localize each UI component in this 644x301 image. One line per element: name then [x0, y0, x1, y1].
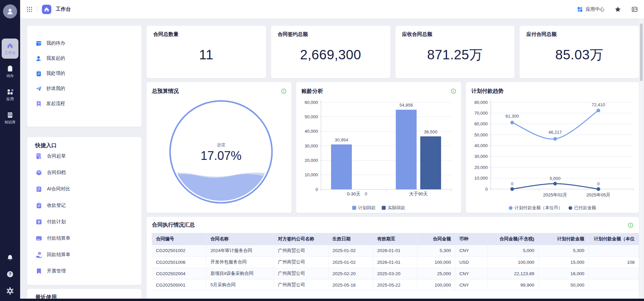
svg-text:30,000: 30,000 — [305, 143, 318, 148]
column-header-有效期至[interactable]: 有效期至 — [373, 233, 417, 245]
table-row[interactable]: CG202502004新项目it设备采购合同广州商贸公司2025-02-2020… — [152, 268, 639, 279]
column-header-合同编号[interactable]: 合同编号 — [152, 233, 206, 245]
horizontal-scrollbar[interactable] — [20, 299, 644, 301]
column-header-合同名称[interactable]: 合同名称 — [206, 233, 274, 245]
contract-table: 合同编号合同名称对方签约公司名称生效日期有效期至合同金额币种合同金额(不含税)计… — [152, 233, 639, 291]
menu-item-我的待办[interactable]: 我的待办 — [35, 39, 133, 47]
svg-text:?: ? — [9, 272, 11, 277]
cell-合同名称: 2024年审计服务合同 — [206, 245, 274, 256]
app-center-label: 应用中心 — [586, 6, 604, 12]
rail-bottom: ? — [0, 254, 20, 295]
cell-生效日期: 2025-02-20 — [328, 268, 373, 279]
shortcut-合同归档[interactable]: 合同归档 — [35, 169, 133, 177]
app-center-button[interactable]: 应用中心 — [577, 6, 604, 13]
column-header-币种[interactable]: 币种 — [455, 233, 487, 245]
table-row[interactable]: CG2025010022024年审计服务合同广州商贸公司2025-01-0220… — [152, 245, 639, 256]
stat-label: 应付合同总额 — [526, 31, 632, 38]
shortcut-label: 付款结算单 — [47, 235, 70, 241]
shortcut-收款登记[interactable]: 收款登记 — [35, 201, 133, 209]
svg-text:2025年02月: 2025年02月 — [543, 192, 567, 197]
column-header-合同金额(不含税)[interactable]: 合同金额(不含税) — [487, 233, 538, 245]
rail-item-应用[interactable]: 应用 — [2, 85, 18, 105]
legend-item-已付款金额[interactable]: 已付款金额 — [569, 205, 596, 211]
svg-text:40,000: 40,000 — [474, 143, 488, 148]
rail-item-待办[interactable]: 待办 — [2, 62, 18, 82]
aging-analysis-card: 账龄分析 010,00020,00030,00040,00050,00060,0… — [296, 82, 461, 213]
shortcut-label: 合同归档 — [47, 170, 66, 176]
bookmark-icon — [35, 267, 43, 275]
column-header-计划付款金额（本位[interactable]: 计划付款金额（本位 — [589, 233, 639, 245]
column-header-生效日期[interactable]: 生效日期 — [328, 233, 373, 245]
shortcut-label: 回款结算单 — [47, 252, 70, 258]
svg-text:AI: AI — [9, 114, 11, 116]
quick-entry-title: 快捷入口 — [35, 142, 133, 149]
app-grid-icon — [6, 88, 14, 96]
bell-icon[interactable] — [6, 254, 14, 261]
rail-item-label: 工作台 — [5, 50, 16, 55]
table-title: 合同执行情况汇总 — [152, 222, 195, 229]
shortcut-付款计划[interactable]: 付款计划 — [35, 218, 133, 226]
stat-label: 应收合同总额 — [402, 31, 508, 38]
cell-合同编号: CG202501002 — [152, 245, 206, 256]
column-header-对方签约公司名称[interactable]: 对方签约公司名称 — [274, 233, 328, 245]
bar-chart-title: 账龄分析 — [302, 88, 323, 95]
shortcut-回款结算单[interactable]: 回款结算单 — [35, 251, 133, 259]
table-header-row: 合同编号合同名称对方签约公司名称生效日期有效期至合同金额币种合同金额(不含税)计… — [152, 233, 639, 245]
info-icon[interactable] — [281, 88, 287, 94]
menu-item-抄送我的[interactable]: 抄送我的 — [35, 84, 133, 93]
bar-大于90天-实际回款[interactable] — [420, 136, 441, 189]
column-header-计划付款金额[interactable]: 计划付款金额 — [538, 233, 588, 245]
stat-label: 合同总数量 — [153, 31, 259, 38]
contacts-icon[interactable] — [631, 6, 638, 13]
stat-card-合同签约总额: 合同签约总额2,669,300 — [271, 26, 390, 78]
svg-text:5,000: 5,000 — [550, 176, 561, 181]
help-icon[interactable]: ? — [6, 270, 14, 278]
svg-text:70,000: 70,000 — [474, 111, 488, 116]
apps-grid-icon[interactable] — [26, 6, 33, 13]
workbench-app-icon[interactable] — [42, 5, 51, 14]
info-icon[interactable] — [628, 222, 634, 228]
yen-card-icon — [35, 218, 43, 226]
cell-计划付款金额: 15,000 — [538, 256, 588, 268]
aging-bar-chart: 010,00020,00030,00040,00050,00060,00030,… — [296, 96, 461, 202]
svg-text:30,954: 30,954 — [335, 137, 348, 142]
menu-item-label: 发起流程 — [46, 101, 65, 107]
shortcut-合同起草[interactable]: 合同起草 — [35, 152, 133, 160]
bar-大于90天-计划回款[interactable] — [396, 110, 417, 189]
column-header-合同金额[interactable]: 合同金额 — [417, 233, 455, 245]
shortcut-开票管理[interactable]: 开票管理 — [35, 267, 133, 275]
my-tasks-card: 我的待办我发起的我处理的抄送我的发起流程 — [27, 26, 142, 127]
cell-计划付款金额（本位 — [589, 268, 639, 279]
legend-item-实际回款[interactable]: 实际回款 — [382, 205, 405, 211]
main-content: 我的待办我发起的我处理的抄送我的发起流程 快捷入口 合同起草合同归档AI合同对比… — [20, 19, 644, 301]
cell-合同金额: 100,000 — [417, 256, 455, 268]
menu-item-我发起的[interactable]: 我发起的 — [35, 54, 133, 62]
svg-text:50,000: 50,000 — [474, 132, 488, 137]
legend-item-计划回款[interactable]: 计划回款 — [352, 205, 376, 211]
shortcut-付款结算单[interactable]: 付款结算单 — [35, 234, 133, 242]
table-row[interactable]: CG202501006开发外包服务合同广州商贸公司2025-01-022026-… — [152, 256, 639, 268]
cell-合同编号: CG202505001 — [152, 279, 206, 291]
avatar[interactable] — [3, 4, 17, 18]
star-icon[interactable] — [614, 6, 621, 13]
rail-item-知识库[interactable]: AI知识库 — [2, 108, 18, 128]
cell-合同金额: 100,000 — [417, 279, 455, 291]
home-icon — [6, 42, 14, 49]
info-icon[interactable] — [450, 88, 457, 94]
menu-item-我处理的[interactable]: 我处理的 — [35, 69, 133, 77]
table-row[interactable]: CG2025050015月采购合同广州商贸公司2025-05-162025-05… — [152, 279, 639, 291]
budget-gauge-card: 总预算情况 进度17.07% — [147, 82, 291, 213]
bar-0-30天-计划回款[interactable] — [331, 144, 352, 189]
shortcut-AI合同对比[interactable]: AI合同对比 — [35, 185, 133, 193]
menu-item-发起流程[interactable]: 发起流程 — [35, 100, 133, 108]
vertical-scrollbar[interactable] — [639, 19, 643, 301]
legend-item-计划付款金额（本位币）[interactable]: 计划付款金额（本位币） — [509, 205, 562, 211]
svg-text:2025年05月: 2025年05月 — [586, 192, 610, 197]
vertical-scrollbar-thumb[interactable] — [640, 23, 643, 81]
doc-user-icon — [35, 153, 43, 160]
cell-生效日期: 2025-01-02 — [328, 256, 373, 268]
calendar-clock-icon — [35, 40, 42, 47]
gear-icon[interactable] — [6, 287, 14, 295]
rail-item-工作台[interactable]: 工作台 — [2, 39, 18, 59]
stats-row: 合同总数量11合同签约总额2,669,300应收合同总额871.25万应付合同总… — [147, 26, 639, 78]
